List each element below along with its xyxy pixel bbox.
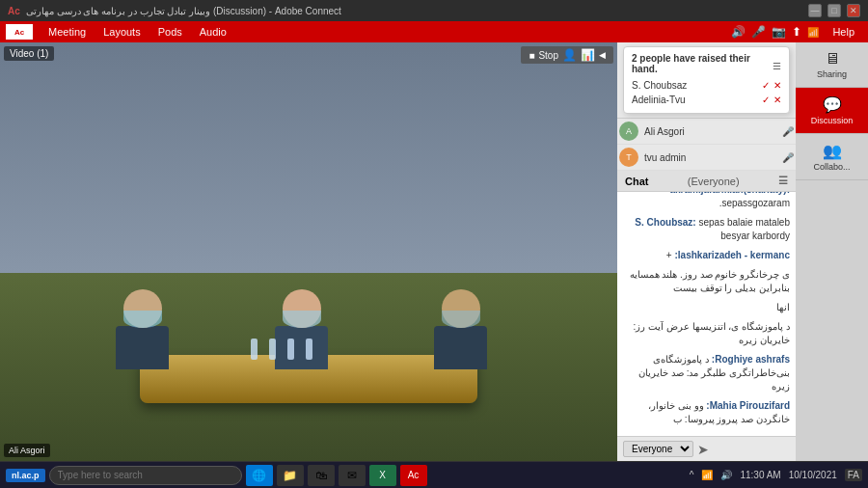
chat-title: Chat: [625, 176, 648, 187]
discussion-label: Discussion: [800, 116, 864, 125]
sidebar-panels: 🖥 Sharing 💬 Discussion 👥 Collabo...: [796, 42, 868, 461]
right-panel: 2 people have raised their hand. ☰ S. Ch…: [617, 42, 796, 461]
check-icon-1[interactable]: ✓: [762, 80, 770, 91]
msg-text-10: sepas balaie mataleb besyar karbordy: [698, 217, 790, 241]
participants-icon: 👤: [562, 48, 577, 62]
menu-pods[interactable]: Pods: [150, 24, 190, 40]
msg-text-12: ی چرخانگرو خانوم صد روز. هلند همسایه بنا…: [630, 269, 790, 293]
chat-msg-10: S. Choubsaz: sepas balaie mataleb besyar…: [623, 216, 790, 243]
msg-sender-16: Mahia Pirouzifard:: [706, 400, 790, 411]
msg-text-11: +: [666, 250, 672, 260]
taskbar-search-input[interactable]: [49, 466, 242, 485]
avatar-1: T: [619, 148, 638, 167]
title-bar: Ac وبینار تبادل تجارب در برنامه های درسی…: [0, 0, 868, 21]
discussion-icon: 💬: [800, 95, 864, 114]
taskbar-folder[interactable]: 📁: [277, 465, 304, 486]
msg-sender-9: akram.jafarikian(shariaty):: [669, 192, 790, 195]
table-items: [251, 339, 312, 360]
chat-input-area: Everyone ➤: [617, 436, 796, 461]
system-tray: ^ 📶 🔊 11:30 AM 10/10/2021 FA: [690, 469, 862, 481]
participant-mic-1: 🎤: [782, 152, 794, 163]
taskbar-store[interactable]: 🛍: [308, 465, 335, 486]
msg-text-13: انها: [776, 302, 790, 312]
popup-menu-icon[interactable]: ☰: [773, 61, 781, 71]
msg-text-9: sepassgozaram.: [719, 198, 790, 208]
meeting-room-video: Ali Asgori: [0, 42, 617, 461]
check-icon-2[interactable]: ✓: [762, 95, 770, 105]
notification-popup: 2 people have raised their hand. ☰ S. Ch…: [623, 46, 790, 114]
dismiss-icon-2[interactable]: ✕: [773, 95, 781, 105]
taskbar-mail[interactable]: ✉: [339, 465, 366, 486]
menu-meeting[interactable]: Meeting: [41, 24, 94, 40]
person-left: [116, 289, 169, 369]
network-tray-icon: 📶: [701, 470, 713, 480]
participant-name-0: Ali Asgori: [644, 126, 776, 137]
raised-hand-name-2: Adelinia-Tvu: [632, 95, 686, 105]
msg-sender-10: S. Choubsaz:: [635, 217, 695, 228]
chat-msg-11: lashkarizadeh - kermanc: +: [623, 249, 790, 262]
participant-item-1: T tvu admin 🎤: [617, 145, 796, 171]
msg-text-14: د پاموزشگاه ی، اتنزیسها عرض آیت رز: خایر…: [634, 321, 790, 345]
chat-msg-9: akram.jafarikian(shariaty): sepassgozara…: [623, 192, 790, 210]
app-window: Ac وبینار تبادل تجارب در برنامه های درسی…: [0, 0, 868, 488]
edge-icon: 🌐: [252, 469, 266, 482]
sidebar-collaborate[interactable]: 👥 Collabo...: [796, 134, 868, 180]
sharing-label: Sharing: [800, 69, 864, 79]
share-icon[interactable]: ⬆: [792, 25, 801, 39]
volume-icon[interactable]: 🔊: [731, 25, 746, 39]
mic-icon[interactable]: 🎤: [751, 25, 766, 39]
collaborate-label: Collabo...: [800, 162, 864, 172]
chat-msg-16: Mahia Pirouzifard: وو بنی خانوار، خانگرد…: [623, 399, 790, 426]
taskbar-edge[interactable]: 🌐: [246, 465, 273, 486]
chat-scope: (Everyone): [688, 176, 740, 187]
chat-recipient-select[interactable]: Everyone: [623, 441, 693, 457]
window-title: وبینار تبادل تجارب در برنامه های درسی مه…: [26, 6, 341, 16]
taskbar-excel[interactable]: X: [369, 465, 396, 486]
chat-msg-15: Roghiye ashrafs: د پاموزشگاه‌ی بنی‌خاطرا…: [623, 353, 790, 393]
adobe-icon: Ac: [408, 470, 420, 480]
participant-mic-0: 🎤: [782, 126, 794, 137]
time-display: 11:30 AM: [740, 470, 780, 480]
avatar-0: A: [619, 122, 638, 141]
chat-msg-13: انها: [623, 301, 790, 314]
dismiss-icon-1[interactable]: ✕: [773, 80, 781, 91]
store-icon: 🛍: [315, 469, 327, 482]
volume-tray-icon: 🔊: [720, 470, 732, 480]
msg-sender-15: Roghiye ashrafs:: [712, 354, 790, 365]
maximize-button[interactable]: □: [827, 4, 841, 17]
notification-title: 2 people have raised their hand.: [632, 53, 773, 74]
adobe-logo: Ac: [6, 24, 33, 40]
tray-arrow[interactable]: ^: [690, 470, 694, 480]
chat-msg-14: د پاموزشگاه ی، اتنزیسها عرض آیت رز: خایر…: [623, 320, 790, 347]
person-right: [434, 289, 487, 369]
sharing-icon: 🖥: [800, 50, 864, 68]
raised-hands-area: 2 people have raised their hand. ☰ S. Ch…: [617, 42, 796, 119]
sidebar-sharing[interactable]: 🖥 Sharing: [796, 42, 868, 88]
raised-hand-item-1: S. Choubsaz ✓ ✕: [632, 78, 781, 93]
menu-layouts[interactable]: Layouts: [95, 24, 149, 40]
excel-icon: X: [379, 470, 386, 480]
taskbar-adobe[interactable]: Ac: [400, 465, 427, 486]
close-button[interactable]: ✕: [847, 4, 860, 17]
stop-icon: ■: [529, 50, 534, 61]
minimize-button[interactable]: —: [808, 4, 822, 17]
collaborate-icon: 👥: [800, 142, 864, 160]
help-button[interactable]: Help: [825, 24, 862, 40]
video-panel: Video (1) ■ Stop 👤 📊 ◀: [0, 42, 617, 461]
raised-hand-item-2: Adelinia-Tvu ✓ ✕: [632, 93, 781, 107]
menu-audio[interactable]: Audio: [192, 24, 234, 40]
send-button[interactable]: ➤: [697, 442, 709, 457]
participant-name-1: tvu admin: [644, 152, 776, 163]
participants-section: A Ali Asgori 🎤 T tvu admin 🎤: [617, 119, 796, 171]
chat-messages[interactable]: 3341473994 :حرب :(دختران اصفهان/ پرافراز…: [617, 192, 796, 436]
mail-icon: ✉: [347, 469, 357, 482]
network-icon: 📶: [807, 27, 819, 38]
sidebar-discussion[interactable]: 💬 Discussion: [796, 88, 868, 134]
menu-bar: Ac Meeting Layouts Pods Audio 🔊 🎤 📷 ⬆ 📶 …: [0, 21, 868, 42]
chat-menu-icon[interactable]: ☰: [778, 175, 788, 187]
chat-header: Chat (Everyone) ☰: [617, 171, 796, 192]
app-logo: Ac: [8, 6, 20, 16]
camera-icon[interactable]: 📷: [772, 25, 786, 39]
stop-button[interactable]: ■ Stop 👤 📊 ◀: [521, 46, 613, 64]
content-area: Video (1) ■ Stop 👤 📊 ◀: [0, 42, 868, 461]
